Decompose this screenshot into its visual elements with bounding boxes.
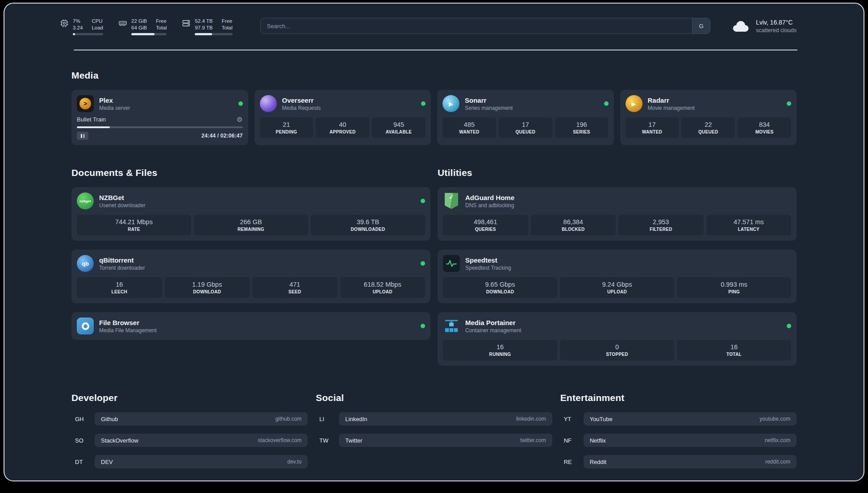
stat-label: STOPPED <box>606 352 628 357</box>
search-bar[interactable]: G <box>260 18 710 34</box>
bookmark-abbr: LI <box>316 416 339 422</box>
service-subtitle: Torrent downloader <box>99 265 145 271</box>
status-online-dot <box>421 199 425 203</box>
stat-tile: 40 APPROVED <box>316 117 369 138</box>
stat-value: 196 <box>576 121 587 128</box>
stat-value: 498,461 <box>474 218 497 226</box>
stat-label: QUEUED <box>698 130 718 134</box>
status-online-dot <box>787 101 791 106</box>
memory-free-value: 22 GiB <box>131 18 147 25</box>
stat-tile: 17 WANTED <box>626 117 679 138</box>
memory-total-value: 64 GiB <box>131 25 147 31</box>
seek-bar[interactable] <box>77 126 243 128</box>
bookmark-stackoverflow[interactable]: SO StackOverflow stackoverflow.com <box>71 434 308 447</box>
stat-value: 1.19 Gbps <box>192 281 222 288</box>
cpu-usage-value: 7% <box>73 18 83 25</box>
stat-label: SEED <box>288 289 301 294</box>
memory-total-label: Total <box>156 25 167 31</box>
section-documents-files: Documents & Files nzbget NZBGet Usenet d… <box>71 148 430 366</box>
plex-icon <box>77 95 94 112</box>
stat-tile: 16 LEECH <box>77 277 162 298</box>
weather-widget[interactable]: Lviv, 16.87°C scattered clouds <box>731 19 797 33</box>
gear-icon[interactable] <box>237 116 242 123</box>
disk-total-value: 97.9 TB <box>195 25 213 31</box>
bookmark-abbr: RE <box>560 459 584 465</box>
pause-button[interactable] <box>77 132 88 140</box>
stat-tile: 0.993 ms PING <box>677 277 791 298</box>
section-title-media: Media <box>71 70 797 81</box>
bookmark-domain: reddit.com <box>765 459 790 465</box>
stat-value: 2,953 <box>653 218 669 226</box>
stat-value: 40 <box>339 121 346 128</box>
stat-value: 945 <box>393 121 404 128</box>
section-title-social: Social <box>316 393 552 403</box>
stat-tile: 21 PENDING <box>260 117 313 138</box>
bookmark-name: DEV <box>101 459 113 465</box>
system-resources: 7% CPU 3.24 Load <box>60 18 233 35</box>
service-card-plex[interactable]: Plex Media server Bullet Train <box>71 90 248 145</box>
bookmark-twitter[interactable]: TW Twitter twitter.com <box>316 434 552 447</box>
play-icon <box>449 100 453 108</box>
stat-tile: 47.571 ms LATENCY <box>706 215 792 235</box>
status-online-dot <box>238 101 243 106</box>
service-card-filebrowser[interactable]: File Browser Media File Management <box>71 312 430 340</box>
stat-label: UPLOAD <box>373 289 392 294</box>
stat-value: 471 <box>289 281 300 288</box>
dashboard: 7% CPU 3.24 Load <box>4 3 864 481</box>
cpu-usage-label: CPU <box>92 18 103 25</box>
memory-widget: 22 GiB Free 64 GiB Total <box>118 18 167 35</box>
status-online-dot <box>421 101 426 106</box>
stat-tile: 945 AVAILABLE <box>372 117 426 138</box>
service-card-speedtest[interactable]: Speedtest Speedtest Tracking 9.65 Gbps D… <box>438 250 797 303</box>
stat-value: 47.571 ms <box>734 218 764 226</box>
service-subtitle: Media Requests <box>282 105 321 111</box>
service-card-radarr[interactable]: Radarr Movie management 17 WANTED 22 QUE… <box>620 90 797 145</box>
disk-free-value: 52.4 TB <box>195 18 213 25</box>
search-engine-button[interactable]: G <box>692 18 710 33</box>
stat-tile: 266 GB REMAINING <box>194 215 308 235</box>
stat-value: 744.21 Mbps <box>115 218 153 226</box>
bookmark-name: Reddit <box>590 459 607 465</box>
stat-tile: 485 WANTED <box>442 117 496 138</box>
stat-label: BLOCKED <box>562 227 585 232</box>
bookmark-youtube[interactable]: YT YouTube youtube.com <box>560 412 797 426</box>
service-name: Speedtest <box>465 256 511 264</box>
bookmark-reddit[interactable]: RE Reddit reddit.com <box>560 455 797 468</box>
service-card-nzbget[interactable]: nzbget NZBGet Usenet downloader 744.21 M… <box>71 187 430 241</box>
service-card-sonarr[interactable]: Sonarr Series management 485 WANTED 17 Q… <box>437 90 614 145</box>
now-playing-widget: Bullet Train 24:44 / 02:06:47 <box>77 116 243 140</box>
section-title-entertainment: Entertainment <box>560 393 797 403</box>
cpu-stats: 7% CPU 3.24 Load <box>73 18 103 35</box>
bookmark-linkedin[interactable]: LI LinkedIn linkedin.com <box>316 412 552 426</box>
bookmark-domain: linkedin.com <box>516 416 546 422</box>
stat-label: PENDING <box>276 130 297 134</box>
stat-tile: 16 TOTAL <box>677 340 791 360</box>
weather-location: Lviv, 16.87°C <box>756 19 797 26</box>
disk-total-label: Total <box>222 25 233 31</box>
bookmark-dev[interactable]: DT DEV dev.to <box>71 455 308 468</box>
service-card-adguard[interactable]: AdGuard Home DNS and adblocking 498,461 … <box>438 187 797 241</box>
stat-value: 0.993 ms <box>721 281 747 288</box>
service-subtitle: Container management <box>465 327 521 334</box>
bookmark-group-social: Social LI LinkedIn linkedin.com TW Twitt… <box>316 393 552 468</box>
stat-label: FILTERED <box>650 227 672 232</box>
bookmark-abbr: YT <box>560 416 584 422</box>
bookmark-github[interactable]: GH Github github.com <box>71 412 308 426</box>
plex-chevron-icon <box>83 100 87 108</box>
service-name: File Browser <box>99 319 157 326</box>
bookmark-netflix[interactable]: NF Netflix netflix.com <box>560 434 797 447</box>
stat-value: 266 GB <box>240 218 262 226</box>
stat-value: 16 <box>497 343 504 351</box>
sonarr-icon <box>442 95 459 112</box>
service-card-qbittorrent[interactable]: qb qBittorrent Torrent downloader 16 <box>71 250 430 303</box>
nzbget-icon: nzbget <box>77 192 94 209</box>
stat-label: APPROVED <box>330 130 356 134</box>
stat-label: MOVIES <box>755 130 774 134</box>
service-card-overseerr[interactable]: Overseerr Media Requests 21 PENDING 40 A… <box>255 90 431 145</box>
service-card-portainer[interactable]: Media Portainer Container management 16 … <box>438 312 797 366</box>
bookmark-domain: dev.to <box>288 459 302 465</box>
stat-label: RUNNING <box>489 352 511 357</box>
cpu-widget: 7% CPU 3.24 Load <box>60 18 103 35</box>
search-input[interactable] <box>261 18 692 33</box>
stat-value: 485 <box>464 121 475 128</box>
